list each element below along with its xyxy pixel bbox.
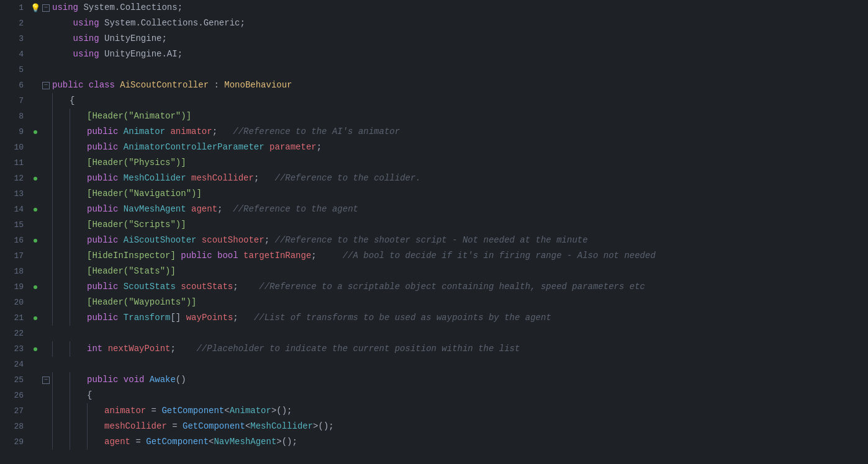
code-lines: 1💡−using System.Collections;2 using Syst… <box>0 0 868 450</box>
gutter-icon <box>30 419 41 434</box>
token: = <box>167 419 183 434</box>
line-content: [Header("Scripts")] <box>51 217 868 233</box>
code-line: 9public Animator animator; //Reference t… <box>0 124 868 140</box>
code-line: 1💡−using System.Collections; <box>0 0 868 16</box>
token: [Header( <box>87 264 129 279</box>
line-number: 17 <box>0 248 30 264</box>
indent-guide <box>70 434 87 450</box>
indent-guide <box>52 93 70 109</box>
code-line: 19public ScoutStats scoutStats; //Refere… <box>0 279 868 295</box>
token <box>186 171 191 186</box>
collapse-button[interactable] <box>41 16 51 31</box>
collapse-button[interactable]: − <box>41 372 51 388</box>
collapse-button[interactable] <box>41 47 51 62</box>
code-line: 24 <box>0 357 868 372</box>
token <box>118 140 123 155</box>
indent-guide <box>52 341 70 357</box>
token <box>176 248 181 264</box>
gutter-icon <box>30 372 41 388</box>
collapse-button[interactable] <box>41 419 51 434</box>
line-number: 14 <box>0 202 30 217</box>
token: ; <box>233 310 254 326</box>
line-content: public Transform[] wayPoints; //List of … <box>51 310 868 326</box>
code-line: 21public Transform[] wayPoints; //List o… <box>0 310 868 326</box>
code-line: 28meshCollider = GetComponent<MeshCollid… <box>0 419 868 434</box>
collapse-button[interactable] <box>41 310 51 326</box>
token: Transform <box>124 310 171 326</box>
line-content: int nextWayPoint; //Placeholder to indic… <box>51 341 868 357</box>
token: public <box>181 248 212 264</box>
collapse-button[interactable] <box>41 248 51 264</box>
collapse-button[interactable] <box>41 93 51 109</box>
indent-guide <box>52 109 70 124</box>
collapse-button[interactable] <box>41 233 51 248</box>
collapse-button[interactable] <box>41 155 51 171</box>
collapse-button[interactable] <box>41 403 51 419</box>
line-number: 3 <box>0 31 30 47</box>
indent-guide <box>52 295 70 310</box>
line-number: 1 <box>0 0 30 16</box>
indent-guide <box>70 124 87 140</box>
collapse-button[interactable] <box>41 31 51 47</box>
collapse-button[interactable] <box>41 186 51 202</box>
collapse-button[interactable] <box>41 295 51 310</box>
token: < <box>245 419 250 434</box>
indent-guide <box>52 403 70 419</box>
collapse-button[interactable] <box>41 434 51 450</box>
indent-guide <box>70 419 87 434</box>
collapse-button[interactable]: − <box>41 0 51 16</box>
gutter-icon <box>30 279 41 295</box>
line-content: public void Awake() <box>51 372 868 388</box>
collapse-button[interactable] <box>41 202 51 217</box>
collapse-button[interactable] <box>41 171 51 186</box>
gutter-icon <box>30 341 41 357</box>
token: < <box>224 403 229 419</box>
token <box>115 78 120 93</box>
token: >(); <box>276 434 297 450</box>
token: = <box>130 434 146 450</box>
collapse-button[interactable] <box>41 264 51 279</box>
indent-guide <box>87 434 104 450</box>
code-line: 10public AnimatorControllerParameter par… <box>0 140 868 155</box>
indent-guide <box>70 202 87 217</box>
indent-guide <box>52 372 70 388</box>
gutter-icon <box>30 171 41 186</box>
collapse-button[interactable] <box>41 357 51 372</box>
collapse-button[interactable] <box>41 217 51 233</box>
token: targetInRange <box>243 248 311 264</box>
code-line: 4 using UnityEngine.AI; <box>0 47 868 62</box>
line-content: public Animator animator; //Reference to… <box>51 124 868 140</box>
token: wayPoints <box>186 310 233 326</box>
line-content: public AiScoutShooter scoutShooter; //Re… <box>51 233 868 248</box>
line-number: 6 <box>0 78 30 93</box>
collapse-button[interactable] <box>41 140 51 155</box>
collapse-button[interactable]: − <box>41 78 51 93</box>
code-line: 27animator = GetComponent<Animator>(); <box>0 403 868 419</box>
collapse-button[interactable] <box>41 279 51 295</box>
collapse-button[interactable] <box>41 341 51 357</box>
token: "Scripts" <box>129 217 176 233</box>
token <box>196 233 201 248</box>
indent-guide <box>52 248 70 264</box>
token: "Navigation" <box>129 186 191 202</box>
token: "Stats" <box>129 264 165 279</box>
collapse-button[interactable] <box>41 388 51 403</box>
token: ; <box>217 202 233 217</box>
gutter-icon <box>30 264 41 279</box>
collapse-button[interactable] <box>41 109 51 124</box>
green-marker <box>34 177 37 181</box>
collapse-button[interactable] <box>41 62 51 78</box>
collapse-button[interactable] <box>41 124 51 140</box>
gutter-icon <box>30 217 41 233</box>
line-content: public AnimatorControllerParameter param… <box>51 140 868 155</box>
indent-guide <box>52 171 70 186</box>
line-content: [Header("Physics")] <box>51 155 868 171</box>
token: //Reference to the collider. <box>275 171 421 186</box>
token: [HideInInspector] <box>87 248 176 264</box>
collapse-button[interactable] <box>41 326 51 341</box>
code-line: 18[Header("Stats")] <box>0 264 868 279</box>
token: public <box>87 202 118 217</box>
line-number: 2 <box>0 16 30 31</box>
token <box>52 16 73 31</box>
token: //Reference to the shooter script - Not … <box>275 233 588 248</box>
